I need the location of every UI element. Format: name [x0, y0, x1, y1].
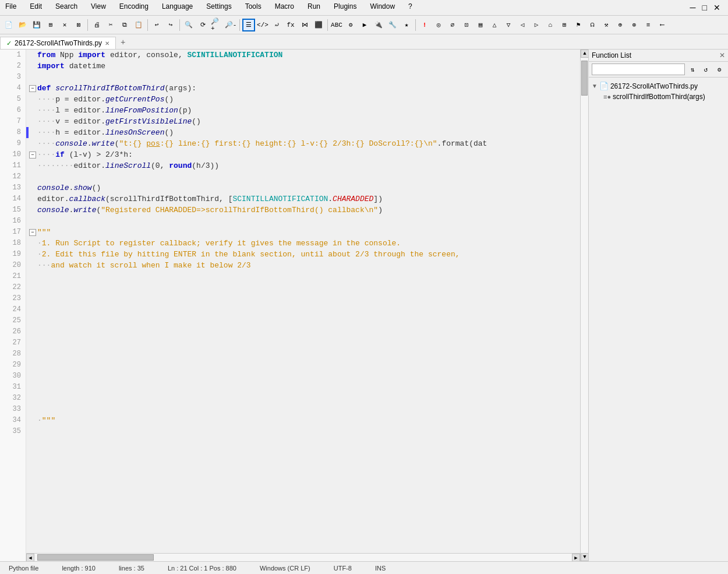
code-line[interactable]	[26, 393, 580, 404]
tb-print[interactable]: 🖨	[90, 19, 103, 31]
code-line[interactable]	[26, 404, 580, 415]
code-line[interactable]: editor.callback(scrollThirdIfBottomThird…	[26, 193, 580, 205]
sort-button[interactable]: ⇅	[687, 64, 698, 75]
new-tab-button[interactable]: +	[116, 36, 130, 49]
vs-thumb[interactable]	[581, 61, 588, 96]
code-line[interactable]: ···and watch it scroll when I make it be…	[26, 260, 580, 271]
menu-file[interactable]: File	[3, 2, 19, 13]
win-close[interactable]: ✕	[711, 2, 723, 13]
code-line[interactable]: −def scrollThirdIfBottomThird(args):	[26, 83, 580, 94]
code-line[interactable]: ·"""	[26, 415, 580, 426]
tb-extra2[interactable]: ◎	[432, 19, 445, 31]
horizontal-scrollbar[interactable]: ◀ ▶	[26, 553, 580, 561]
tb-findreplace[interactable]: ⟳	[196, 19, 209, 31]
tb-extra14[interactable]: ⚒	[600, 19, 613, 31]
tb-extra10[interactable]: ⌂	[544, 19, 557, 31]
code-line[interactable]	[26, 293, 580, 304]
code-line[interactable]	[26, 282, 580, 293]
tb-plugin2[interactable]: 🔧	[386, 19, 399, 31]
tb-extra17[interactable]: ≡	[642, 19, 655, 31]
tb-zoomin[interactable]: 🔎+	[210, 19, 223, 31]
code-line[interactable]	[26, 382, 580, 393]
file-tab[interactable]: ✓ 26172-ScrollAtTwoThirds.py ✕	[0, 37, 116, 49]
code-line[interactable]	[26, 348, 580, 360]
menu-edit[interactable]: Edit	[27, 2, 44, 13]
tab-close-button[interactable]: ✕	[105, 40, 109, 47]
menu-settings[interactable]: Settings	[204, 2, 234, 13]
code-line[interactable]: from Npp import editor, console, SCINTIL…	[26, 50, 580, 61]
tb-paste[interactable]: 📋	[132, 19, 145, 31]
tb-saveall[interactable]: ⊞	[44, 19, 57, 31]
code-line[interactable]	[26, 271, 580, 282]
code-line[interactable]	[26, 304, 580, 315]
vs-down-button[interactable]: ▼	[581, 553, 588, 561]
tb-wrap[interactable]: ⤾	[270, 19, 283, 31]
code-line[interactable]	[26, 337, 580, 348]
fold-indicator[interactable]: −	[29, 85, 36, 92]
tb-extra16[interactable]: ⊗	[628, 19, 641, 31]
tb-extra11[interactable]: ⊞	[558, 19, 571, 31]
fold-indicator[interactable]: −	[29, 229, 36, 236]
tb-extra13[interactable]: ☊	[586, 19, 599, 31]
tb-extra12[interactable]: ⚑	[572, 19, 585, 31]
code-line[interactable]: ····console.write("t:{} pos:{} line:{} f…	[26, 138, 580, 149]
vs-track[interactable]	[581, 58, 588, 553]
tree-file-item[interactable]: ▼ 📄 26172-ScrollAtTwoThirds.py	[592, 80, 725, 91]
win-minimize[interactable]: ─	[688, 2, 698, 13]
tb-undo[interactable]: ↩	[150, 19, 163, 31]
code-line[interactable]: import datetime	[26, 61, 580, 72]
code-line[interactable]: console.write("Registered CHARADDED=>scr…	[26, 205, 580, 216]
win-maximize[interactable]: □	[700, 2, 709, 13]
menu-view[interactable]: View	[89, 2, 108, 13]
code-line[interactable]	[26, 315, 580, 326]
tb-save[interactable]: 💾	[30, 19, 43, 31]
menu-macro[interactable]: Macro	[273, 2, 296, 13]
code-line[interactable]: ····l = editor.lineFromPosition(p)	[26, 105, 580, 116]
code-line[interactable]	[26, 72, 580, 83]
code-area[interactable]: from Npp import editor, console, SCINTIL…	[26, 50, 580, 553]
vertical-scrollbar[interactable]: ▲ ▼	[580, 50, 588, 561]
refresh-button[interactable]: ↺	[700, 64, 712, 75]
tb-open[interactable]: 📂	[16, 19, 29, 31]
hs-right-button[interactable]: ▶	[572, 554, 580, 561]
hs-left-button[interactable]: ◀	[26, 554, 34, 561]
code-line[interactable]	[26, 360, 580, 371]
menu-help[interactable]: ?	[406, 2, 415, 13]
code-line[interactable]: −····if (l-v) > 2/3*h:	[26, 149, 580, 160]
tb-code[interactable]: </>	[256, 19, 269, 31]
menu-run[interactable]: Run	[305, 2, 323, 13]
tb-extra6[interactable]: △	[488, 19, 501, 31]
tb-list[interactable]: ☰	[242, 19, 255, 31]
menu-plugins[interactable]: Plugins	[331, 2, 359, 13]
tb-spell[interactable]: ABC	[330, 19, 343, 31]
tb-extra18[interactable]: ⟵	[656, 19, 669, 31]
tb-macro[interactable]: ⚙	[344, 19, 357, 31]
hs-thumb[interactable]	[37, 554, 154, 561]
menu-window[interactable]: Window	[367, 2, 397, 13]
tb-closeall[interactable]: ⊠	[72, 19, 85, 31]
code-line[interactable]: ····h = editor.linesOnScreen()	[26, 127, 580, 138]
code-line[interactable]	[26, 326, 580, 337]
panel-close-button[interactable]: ✕	[719, 51, 725, 59]
code-line[interactable]: ·1. Run Script to register callback; ver…	[26, 238, 580, 249]
code-line[interactable]: ····v = editor.getFirstVisibleLine()	[26, 116, 580, 127]
tb-new[interactable]: 📄	[2, 19, 15, 31]
tb-extra8[interactable]: ◁	[516, 19, 529, 31]
tb-extra4[interactable]: ⊡	[460, 19, 473, 31]
menu-encoding[interactable]: Encoding	[117, 2, 151, 13]
code-line[interactable]: console.show()	[26, 182, 580, 193]
tb-extra7[interactable]: ▽	[502, 19, 515, 31]
tb-extra15[interactable]: ⊕	[614, 19, 627, 31]
hs-track[interactable]	[34, 554, 572, 561]
function-search-input[interactable]	[592, 64, 685, 75]
tb-snap[interactable]: ⋈	[298, 19, 311, 31]
tb-fullpath[interactable]: ⬛	[312, 19, 325, 31]
vs-up-button[interactable]: ▲	[581, 50, 588, 58]
tb-find[interactable]: 🔍	[182, 19, 195, 31]
tb-extra9[interactable]: ▷	[530, 19, 543, 31]
tb-close[interactable]: ✕	[58, 19, 71, 31]
code-line[interactable]: ·2. Edit this file by hitting ENTER in t…	[26, 249, 580, 260]
menu-tools[interactable]: Tools	[243, 2, 264, 13]
tree-function-item[interactable]: ≡● scrollThirdIfBottomThird(args)	[603, 91, 725, 102]
code-line[interactable]	[26, 371, 580, 382]
